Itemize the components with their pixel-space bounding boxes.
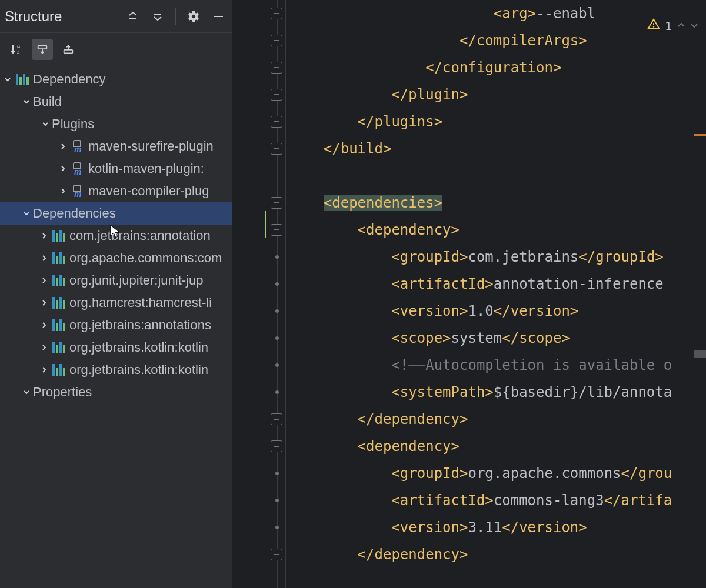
- fold-icon[interactable]: [271, 549, 282, 560]
- bars-icon: [51, 252, 67, 264]
- svg-text:z: z: [17, 49, 20, 55]
- code-area[interactable]: <arg>--enabl </compilerArgs> </configura…: [286, 0, 706, 588]
- fold-icon[interactable]: [271, 35, 282, 46]
- code-line: </plugins>: [286, 108, 706, 135]
- scrollbar-caret-marker[interactable]: [694, 350, 706, 358]
- tree-node-dep-kotlin-1[interactable]: org.jetbrains.kotlin:kotlin: [0, 336, 232, 359]
- editor-gutter: [233, 0, 286, 588]
- code-line: </plugin>: [286, 81, 706, 108]
- fold-icon[interactable]: [271, 224, 282, 236]
- structure-title: Structure: [4, 8, 126, 25]
- code-line: <scope>system</scope>: [286, 325, 706, 352]
- bars-icon: [51, 342, 67, 353]
- structure-tree: Dependency Build Plugins m maven-surefir…: [0, 68, 232, 588]
- code-line: <dependencies>: [286, 189, 706, 216]
- code-line: <version>1.0</version>: [286, 298, 706, 325]
- svg-point-8: [653, 26, 654, 27]
- tree-node-dep-jetbrains-annotations2[interactable]: org.jetbrains:annotations: [0, 314, 232, 336]
- tree-node-dep-junit[interactable]: org.junit.jupiter:junit-jup: [0, 269, 232, 292]
- code-line: <artifactId>commons-lang3</artifa: [286, 487, 706, 514]
- inspection-widget[interactable]: 1: [647, 18, 699, 34]
- code-line: </dependency>: [286, 406, 706, 433]
- chevron-down-icon[interactable]: [690, 19, 699, 33]
- code-line: <groupId>com.jetbrains</groupId>: [286, 243, 706, 270]
- autoscroll-to-source-button[interactable]: [32, 39, 53, 60]
- structure-panel: Structure az: [0, 0, 233, 588]
- fold-icon[interactable]: [271, 62, 282, 74]
- tree-node-dependency-root[interactable]: Dependency: [0, 68, 232, 91]
- fold-icon[interactable]: [271, 8, 282, 19]
- maven-plugin-icon: m: [69, 140, 86, 153]
- bars-icon: [51, 297, 67, 309]
- maven-plugin-icon: m: [69, 162, 86, 175]
- code-line: </compilerArgs>: [286, 27, 706, 54]
- bars-icon: [51, 275, 67, 286]
- code-line: <version>3.11</version>: [286, 514, 706, 541]
- structure-header: Structure: [0, 0, 232, 33]
- tree-node-plugins[interactable]: Plugins: [0, 113, 232, 135]
- svg-rect-6: [64, 50, 73, 54]
- tree-node-build[interactable]: Build: [0, 91, 232, 113]
- code-line: <systemPath>${basedir}/lib/annota: [286, 379, 706, 406]
- code-line: [286, 162, 706, 189]
- code-editor[interactable]: <arg>--enabl </compilerArgs> </configura…: [233, 0, 706, 588]
- gear-icon[interactable]: [187, 9, 201, 24]
- autoscroll-from-source-button[interactable]: [58, 39, 79, 60]
- minimize-icon[interactable]: [211, 9, 225, 24]
- bars-icon: [51, 319, 67, 331]
- code-line: </dependency>: [286, 541, 706, 568]
- expand-all-icon[interactable]: [126, 9, 140, 24]
- fold-icon[interactable]: [271, 143, 282, 155]
- code-line: <artifactId>annotation-inference: [286, 270, 706, 298]
- svg-rect-5: [38, 46, 47, 49]
- tree-node-dep-kotlin-2[interactable]: org.jetbrains.kotlin:kotlin: [0, 359, 232, 381]
- tree-node-plugin-kotlin[interactable]: m kotlin-maven-plugin:: [0, 158, 232, 180]
- sort-alpha-button[interactable]: az: [6, 39, 27, 60]
- fold-icon[interactable]: [271, 413, 282, 425]
- collapse-all-icon[interactable]: [151, 9, 165, 24]
- tree-node-dep-hamcrest[interactable]: org.hamcrest:hamcrest-li: [0, 292, 232, 314]
- code-line: </configuration>: [286, 54, 706, 81]
- code-line: </build>: [286, 135, 706, 162]
- code-line: <dependency>: [286, 216, 706, 243]
- tree-node-plugin-surefire[interactable]: m maven-surefire-plugin: [0, 135, 232, 158]
- bars-icon: [14, 74, 31, 85]
- code-line: <arg>--enabl: [286, 0, 706, 27]
- tree-node-dependencies[interactable]: Dependencies: [0, 202, 232, 225]
- code-line: <!——Autocompletion is available o: [286, 352, 706, 379]
- fold-icon[interactable]: [271, 197, 282, 209]
- tree-node-dep-jetbrains-annotation[interactable]: com.jetbrains:annotation: [0, 225, 232, 247]
- structure-toolbar: az: [0, 33, 232, 68]
- code-line: <dependency>: [286, 433, 706, 460]
- fold-icon[interactable]: [271, 440, 282, 452]
- fold-icon[interactable]: [271, 89, 282, 101]
- tree-node-properties[interactable]: Properties: [0, 381, 232, 403]
- code-line: <groupId>org.apache.commons</grou: [286, 460, 706, 487]
- fold-icon[interactable]: [271, 116, 282, 128]
- svg-text:a: a: [17, 43, 20, 49]
- tree-node-plugin-compiler[interactable]: m maven-compiler-plug: [0, 180, 232, 202]
- scrollbar-warning-marker[interactable]: [694, 134, 706, 136]
- maven-plugin-icon: m: [69, 185, 86, 198]
- warning-icon: [647, 18, 660, 34]
- warning-count: 1: [665, 19, 672, 33]
- tree-node-dep-apache-commons[interactable]: org.apache.commons:com: [0, 247, 232, 269]
- chevron-up-icon[interactable]: [677, 19, 686, 33]
- bars-icon: [51, 230, 67, 242]
- bars-icon: [51, 364, 67, 376]
